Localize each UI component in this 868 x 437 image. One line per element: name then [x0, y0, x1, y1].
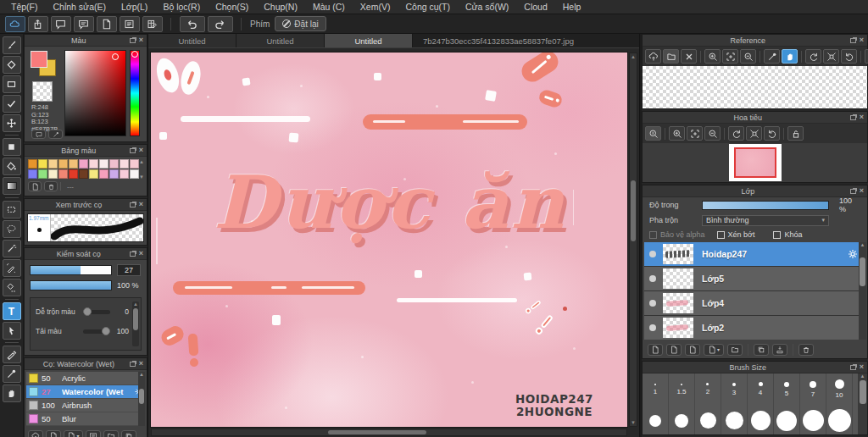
- brush-size-slider[interactable]: [30, 265, 112, 275]
- scroll-thumb[interactable]: [860, 257, 865, 286]
- menu-window[interactable]: Cửa sổ(W): [458, 0, 516, 14]
- tool-move[interactable]: [3, 114, 21, 132]
- popout-icon[interactable]: [130, 202, 136, 207]
- menu-snap[interactable]: Chụp(N): [256, 0, 305, 14]
- navigator-zoom-actual-button[interactable]: [645, 126, 661, 141]
- comment-list-button[interactable]: [74, 16, 94, 32]
- palette-add-button[interactable]: [28, 181, 42, 191]
- menu-view[interactable]: Xem(V): [353, 0, 398, 14]
- reference-zoom-in-button[interactable]: [704, 49, 721, 64]
- layer-visibility-toggle[interactable]: [649, 324, 656, 331]
- scroll-thumb[interactable]: [860, 380, 866, 404]
- brush-size-option[interactable]: 7: [800, 373, 826, 405]
- navigator-rotate-cw-button[interactable]: [764, 126, 780, 141]
- cloud-save-button[interactable]: [5, 16, 25, 32]
- popout-icon[interactable]: [130, 362, 136, 367]
- palette-swatch[interactable]: [79, 169, 88, 179]
- menu-tools[interactable]: Công cụ(T): [398, 0, 458, 14]
- palette-swatch[interactable]: [48, 169, 58, 179]
- navigator-fit-button[interactable]: [687, 126, 703, 141]
- tool-eraser[interactable]: [3, 56, 21, 74]
- color-picker-button[interactable]: [48, 130, 63, 139]
- reference-reset-view-button[interactable]: [823, 49, 839, 64]
- brush-size-option[interactable]: 5: [774, 373, 800, 405]
- load-color-slider[interactable]: [83, 329, 110, 334]
- reset-button[interactable]: Đặt lại: [275, 16, 326, 31]
- navigator-preview-area[interactable]: [643, 143, 867, 182]
- tab-untitled-2[interactable]: Untitled: [236, 34, 325, 47]
- brush-size-option[interactable]: 10: [826, 373, 853, 405]
- popout-icon[interactable]: [850, 189, 856, 194]
- delete-layer-button[interactable]: [798, 344, 814, 356]
- tool-select-pen[interactable]: [3, 259, 21, 277]
- edit-canvas-button[interactable]: [142, 16, 163, 32]
- slider-knob[interactable]: [83, 307, 92, 316]
- palette-scrollbar[interactable]: ▲ ▼: [138, 159, 145, 180]
- tool-lasso[interactable]: [3, 220, 21, 238]
- tool-fill-rect[interactable]: [3, 138, 21, 156]
- layers-scrollbar[interactable]: ▲: [859, 242, 866, 340]
- document-button[interactable]: [97, 16, 117, 32]
- scroll-thumb[interactable]: [631, 180, 636, 241]
- tool-bucket[interactable]: [3, 158, 21, 175]
- palette-swatch[interactable]: [38, 159, 47, 169]
- tool-operation[interactable]: [3, 322, 21, 340]
- tool-magic-wand[interactable]: [3, 240, 21, 257]
- tool-pen[interactable]: [3, 346, 21, 363]
- palette-swatch[interactable]: [109, 169, 119, 179]
- scroll-up-icon[interactable]: ▲: [860, 373, 865, 379]
- close-icon[interactable]: ×: [860, 36, 864, 44]
- palette-swatch[interactable]: [79, 159, 88, 169]
- brush-size-option[interactable]: 1.5: [669, 373, 695, 405]
- tool-text[interactable]: T: [3, 302, 21, 320]
- canvas[interactable]: Dược ăn HOIDAP247 2HUONGNE: [151, 53, 627, 427]
- close-icon[interactable]: ×: [139, 201, 143, 208]
- close-icon[interactable]: ×: [139, 36, 143, 44]
- layer-row-lop4[interactable]: Lớp4: [644, 291, 865, 315]
- protect-alpha-checkbox[interactable]: [649, 231, 657, 239]
- palette-delete-button[interactable]: [44, 181, 58, 191]
- brush-size-value[interactable]: 27: [117, 264, 141, 276]
- close-icon[interactable]: ×: [139, 250, 143, 257]
- brush-item-watercolor[interactable]: 27 Watercolor (Wet: [26, 385, 145, 398]
- reference-eyedropper-button[interactable]: [764, 49, 780, 64]
- brush-size-option[interactable]: 3: [721, 373, 748, 405]
- scroll-thumb[interactable]: [328, 430, 426, 434]
- add-8bit-layer-button[interactable]: [666, 344, 682, 356]
- tab-untitled-1[interactable]: Untitled: [148, 34, 236, 47]
- close-icon[interactable]: ×: [139, 147, 143, 154]
- brush-size-option[interactable]: [643, 405, 669, 435]
- palette-swatch[interactable]: [69, 169, 78, 179]
- tool-hand[interactable]: [3, 384, 21, 402]
- layer-row-lop2[interactable]: Lớp2: [644, 316, 865, 340]
- merge-layer-button[interactable]: [772, 344, 787, 356]
- brush-size-option[interactable]: [774, 405, 800, 435]
- palette-swatch[interactable]: [89, 169, 98, 179]
- palette-swatch[interactable]: [28, 169, 37, 179]
- brush-cloud-button[interactable]: [28, 430, 43, 437]
- scroll-thumb[interactable]: [133, 308, 138, 330]
- scroll-down-icon[interactable]: ▼: [631, 419, 636, 426]
- menu-layer[interactable]: Lớp(L): [114, 0, 155, 14]
- navigator-rotate-ccw-button[interactable]: [728, 126, 744, 141]
- popout-icon[interactable]: [850, 115, 856, 120]
- scroll-up-icon[interactable]: ▲: [860, 242, 865, 247]
- navigator-zoom-out-button[interactable]: [704, 126, 721, 141]
- hue-marker[interactable]: [131, 51, 138, 58]
- scroll-up-icon[interactable]: ▲: [631, 53, 636, 60]
- add-layer-menu-button[interactable]: ▾: [704, 344, 724, 356]
- tool-gradient[interactable]: [3, 177, 21, 195]
- menu-filter[interactable]: Bộ lọc(R): [155, 0, 208, 14]
- redo-button[interactable]: [208, 16, 233, 32]
- canvas-horizontal-scrollbar[interactable]: [151, 429, 627, 436]
- navigator-zoom-in-button[interactable]: [669, 126, 685, 141]
- menu-select[interactable]: Chọn(S): [208, 0, 256, 14]
- menu-color[interactable]: Màu (C): [305, 0, 353, 14]
- layer-visibility-toggle[interactable]: [649, 275, 656, 282]
- brush-add-menu-button[interactable]: ▾: [64, 430, 83, 437]
- clipping-checkbox[interactable]: [717, 231, 725, 239]
- navigator-thumbnail[interactable]: [729, 144, 782, 181]
- close-icon[interactable]: ×: [860, 113, 864, 121]
- reference-fit-button[interactable]: [722, 49, 738, 64]
- menu-cloud[interactable]: Cloud: [516, 0, 554, 14]
